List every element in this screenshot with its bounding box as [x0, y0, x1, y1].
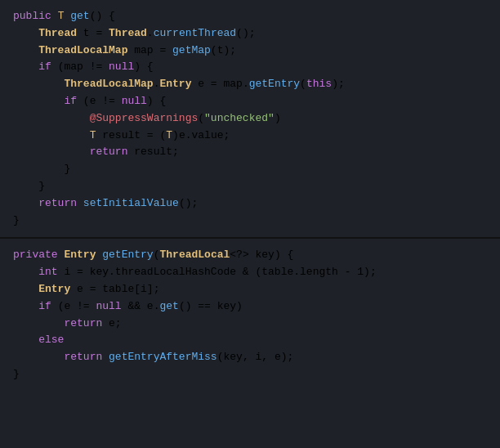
code-line: else — [13, 332, 487, 349]
code-line: @SuppressWarnings("unchecked") — [13, 110, 487, 128]
code-line: ThreadLocalMap.Entry e = map.getEntry(th… — [13, 76, 487, 93]
code-line: } — [13, 213, 487, 230]
code-line: if (e != null && e.get() == key) — [13, 298, 487, 316]
code-line: } — [13, 178, 487, 195]
code-line: ThreadLocalMap map = getMap(t); — [13, 43, 487, 60]
code-line: if (map != null) { — [13, 59, 487, 76]
code-line: return e; — [13, 316, 487, 333]
code-line: return getEntryAfterMiss(key, i, e); — [13, 349, 487, 366]
code-line: int i = key.threadLocalHashCode & (table… — [13, 264, 487, 281]
code-panel-2: private Entry getEntry(ThreadLocal<?> ke… — [0, 239, 500, 391]
code-line: return setInitialValue(); — [13, 195, 487, 213]
code-line: Thread t = Thread.currentThread(); — [13, 25, 487, 43]
code-viewer: public T get() { Thread t = Thread.curre… — [0, 0, 500, 392]
code-line: private Entry getEntry(ThreadLocal<?> ke… — [13, 247, 487, 264]
code-line: if (e != null) { — [13, 93, 487, 110]
code-line: } — [13, 161, 487, 178]
code-line: } — [13, 366, 487, 383]
code-line: Entry e = table[i]; — [13, 281, 487, 298]
code-line: return result; — [13, 144, 487, 161]
code-panel-1: public T get() { Thread t = Thread.curre… — [0, 0, 500, 239]
code-line: T result = (T)e.value; — [13, 128, 487, 145]
code-line: public T get() { — [13, 8, 487, 25]
